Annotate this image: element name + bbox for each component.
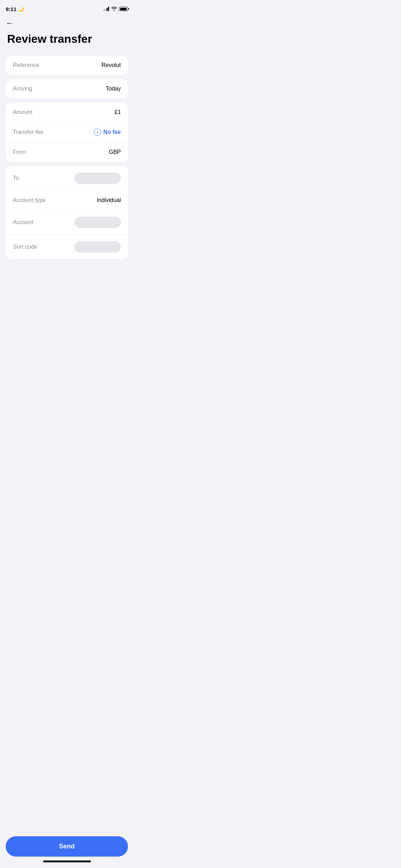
status-bar: 9:11 🌙 [0, 0, 134, 16]
sort-code-row: Sort code [6, 234, 128, 259]
back-button[interactable]: ← [0, 16, 134, 29]
arriving-card: Arriving Today [6, 79, 128, 98]
amount-row: Amount £1 [6, 103, 128, 122]
arriving-value: Today [106, 86, 121, 92]
transfer-card: Amount £1 Transfer fee i No fee From GBP [6, 103, 128, 162]
signal-bar-1 [103, 10, 104, 11]
sort-code-label: Sort code [13, 244, 37, 250]
recipient-card: To Account type Individual Account Sort … [6, 166, 128, 259]
to-label: To [13, 175, 19, 181]
account-row: Account [6, 210, 128, 234]
from-value: GBP [109, 149, 121, 155]
fee-row: Transfer fee i No fee [6, 122, 128, 142]
reference-value: Revolut [102, 62, 121, 68]
fee-label: Transfer fee [13, 129, 43, 135]
status-time: 9:11 🌙 [6, 6, 24, 12]
to-row: To [6, 166, 128, 190]
account-type-label: Account type [13, 197, 46, 203]
account-type-value: Individual [97, 197, 121, 203]
info-circle-icon[interactable]: i [94, 129, 101, 136]
sort-code-value-skeleton [74, 241, 121, 253]
time-text: 9:11 [6, 6, 16, 12]
reference-card: Reference Revolut [6, 56, 128, 75]
battery-fill [120, 8, 127, 10]
wifi-icon [111, 6, 117, 12]
signal-bar-4 [108, 7, 109, 11]
signal-bar-3 [107, 8, 108, 11]
to-value-skeleton [74, 172, 121, 184]
arriving-row: Arriving Today [6, 79, 128, 98]
reference-label: Reference [13, 62, 39, 68]
no-fee-text: No fee [103, 129, 121, 135]
from-label: From [13, 149, 26, 155]
battery-icon [119, 7, 128, 11]
moon-icon: 🌙 [18, 6, 24, 12]
signal-icon [103, 7, 109, 11]
amount-value: £1 [114, 109, 121, 115]
signal-bar-2 [105, 9, 106, 11]
account-value-skeleton [74, 217, 121, 228]
from-row: From GBP [6, 142, 128, 162]
fee-value-container: i No fee [94, 129, 121, 136]
arriving-label: Arriving [13, 86, 32, 92]
content-area: Reference Revolut Arriving Today Amount … [0, 56, 134, 303]
account-label: Account [13, 219, 34, 226]
back-arrow-icon[interactable]: ← [6, 19, 14, 28]
bottom-spacer [6, 263, 128, 303]
amount-label: Amount [13, 109, 32, 115]
page-title: Review transfer [0, 29, 134, 56]
reference-row: Reference Revolut [6, 56, 128, 75]
account-type-row: Account type Individual [6, 190, 128, 210]
status-icons [103, 6, 128, 12]
